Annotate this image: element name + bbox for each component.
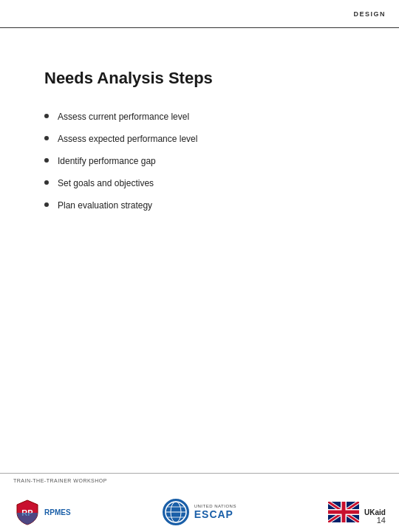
svg-rect-14 (328, 511, 359, 514)
bullet-dot (44, 180, 49, 185)
escap-circle-icon (163, 499, 189, 525)
design-label: DESIGN (353, 10, 386, 18)
main-content: Needs Analysis Steps Assess current perf… (44, 28, 377, 221)
bullet-text-2: Assess expected performance level (58, 132, 197, 146)
bullet-list: Assess current performance level Assess … (44, 110, 377, 212)
list-item: Assess expected performance level (44, 132, 377, 146)
top-bar: DESIGN (0, 0, 399, 28)
list-item: Set goals and objectives (44, 177, 377, 190)
bullet-dot (44, 202, 49, 207)
bullet-dot (44, 158, 49, 163)
page: DESIGN Needs Analysis Steps Assess curre… (0, 0, 399, 532)
escap-main-text: ESCAP (194, 508, 233, 520)
uk-flag-icon (328, 502, 359, 522)
escap-logo: UNITED NATIONS ESCAP (163, 499, 236, 525)
list-item: Assess current performance level (44, 110, 377, 123)
rpmes-icon: RP (13, 498, 41, 526)
ukaid-text: UKaid (364, 508, 386, 516)
list-item: Plan evaluation strategy (44, 199, 377, 212)
bullet-dot (44, 136, 49, 140)
footer-logos: RP RPMES UNITED (0, 498, 399, 526)
escap-globe-icon (164, 500, 188, 524)
bullet-dot (44, 114, 49, 118)
footer: TRAIN-THE-TRAINER WORKSHOP RP RPMES (0, 473, 399, 532)
rpmes-logo: RP RPMES (13, 498, 71, 526)
bullet-text-4: Set goals and objectives (58, 177, 154, 190)
bullet-text-1: Assess current performance level (58, 110, 189, 123)
list-item: Identify performance gap (44, 154, 377, 168)
page-number: 14 (377, 516, 386, 525)
rpmes-text: RPMES (44, 508, 71, 516)
bullet-text-3: Identify performance gap (58, 154, 156, 168)
slide-title: Needs Analysis Steps (44, 69, 377, 88)
workshop-label: TRAIN-THE-TRAINER WORKSHOP (13, 478, 107, 483)
bullet-text-5: Plan evaluation strategy (58, 199, 152, 212)
